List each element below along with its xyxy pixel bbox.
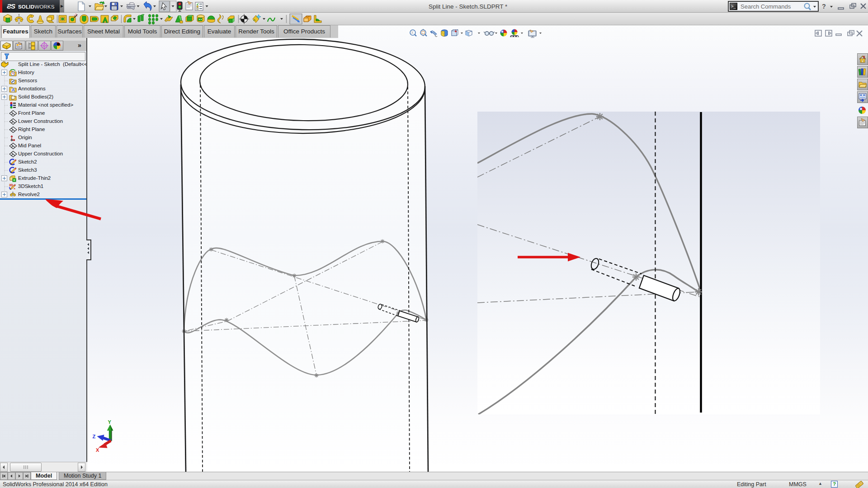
svg-text:X: X xyxy=(96,447,99,453)
svg-text:A: A xyxy=(12,88,14,92)
svg-text:3D: 3D xyxy=(9,183,13,187)
svg-text:Z: Z xyxy=(93,434,96,439)
svg-text:?: ? xyxy=(822,3,826,10)
svg-text:Y: Y xyxy=(108,419,112,425)
